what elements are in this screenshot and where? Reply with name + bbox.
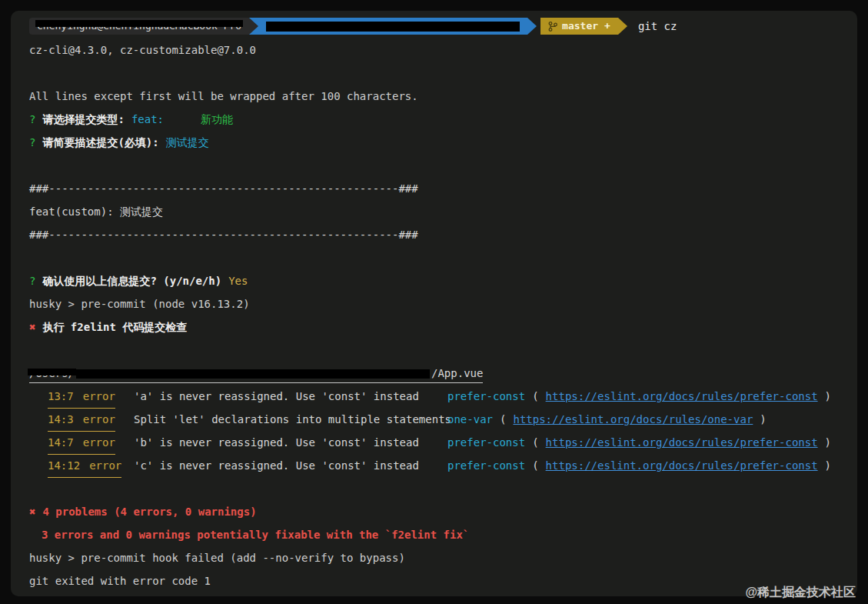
file-path: /Users//App.vue [29, 363, 483, 383]
question-type-value: feat: [131, 113, 164, 125]
error-message: Split 'let' declarations into multiple s… [134, 408, 447, 431]
commit-message-line: feat(custom): 测试提交 [29, 200, 857, 223]
error-rule: one-var [447, 408, 493, 431]
paren: ( [532, 454, 538, 477]
blank-line [29, 62, 857, 85]
error-rule: prefer-const [447, 385, 525, 408]
error-position: 14:3error [48, 408, 115, 432]
question-mark: ? [29, 136, 35, 148]
question-type-line: ?请选择提交类型:feat:新功能 [29, 108, 857, 131]
question-subject-line: ?请简要描述提交(必填):测试提交 [29, 131, 857, 154]
question-subject-value: 测试提交 [166, 136, 209, 148]
cross-mark-icon: ✖ [29, 321, 35, 333]
powerline-arrow-icon [249, 18, 258, 35]
question-confirm-answer: Yes [228, 275, 248, 287]
eslint-error-row: 13:7error 'a' is never reassigned. Use '… [29, 385, 857, 408]
question-confirm-line: ?确认使用以上信息提交? (y/n/e/h)Yes [29, 269, 857, 292]
error-rule: prefer-const [447, 431, 525, 454]
file-path-prefix: /Users/ [29, 363, 75, 383]
eslint-rule-link[interactable]: https://eslint.org/docs/rules/prefer-con… [546, 454, 818, 477]
fixable-note: 3 errors and 0 warnings potentially fixa… [42, 529, 469, 541]
eslint-error-row: 14:12error 'c' is never reassigned. Use … [29, 454, 857, 477]
redacted-file-path [76, 369, 430, 379]
blank-line [29, 477, 857, 500]
prompt-directory-segment [258, 18, 527, 35]
lint-check-line: ✖执行 f2elint 代码提交检查 [29, 315, 857, 339]
question-subject-label: 请简要描述提交(必填): [42, 136, 158, 148]
question-mark: ? [29, 275, 35, 287]
paren: ) [825, 385, 831, 408]
terminal-window: chenyingha@ChenYinghadeMacBook-Pro maste… [11, 11, 857, 596]
error-position: 13:7error [48, 385, 115, 409]
error-rule: prefer-const [447, 454, 525, 477]
prompt-git-segment: master + [540, 18, 618, 35]
fixable-note-line: 3 errors and 0 warnings potentially fixa… [29, 523, 857, 546]
powerline-arrow-icon [527, 18, 537, 35]
paren: ) [825, 454, 831, 477]
error-position: 14:7error [48, 431, 115, 455]
problems-summary: 4 problems (4 errors, 0 warnings) [42, 506, 256, 518]
cross-mark-icon: ✖ [29, 506, 35, 518]
eslint-error-row: 14:3error Split 'let' declarations into … [29, 408, 857, 431]
blank-line [29, 246, 857, 269]
prompt-command: git cz [638, 15, 677, 38]
eslint-rule-link[interactable]: https://eslint.org/docs/rules/one-var [513, 408, 753, 431]
problems-summary-line: ✖4 problems (4 errors, 0 warnings) [29, 500, 857, 523]
error-position: 14:12error [48, 454, 121, 478]
hook-failed-line: husky > pre-commit hook failed (add --no… [29, 546, 857, 569]
user-host-text: chenyingha@ChenYinghadeMacBook-Pro [37, 15, 241, 38]
branch-dirty-flag: + [604, 15, 610, 38]
question-type-label: 请选择提交类型: [42, 113, 124, 125]
divider-line: ###-------------------------------------… [29, 223, 857, 246]
blank-line [29, 339, 857, 362]
paren: ) [760, 408, 766, 431]
divider-line: ###-------------------------------------… [29, 177, 857, 200]
eslint-error-row: 14:7error 'b' is never reassigned. Use '… [29, 431, 857, 454]
blank-line [29, 154, 857, 177]
file-path-line: /Users//App.vue [29, 362, 857, 385]
question-confirm-label: 确认使用以上信息提交? (y/n/e/h) [42, 275, 221, 287]
exit-code-line: git exited with error code 1 [29, 569, 857, 592]
watermark: @稀土掘金技术社区 [745, 585, 856, 601]
git-branch-icon [548, 22, 557, 32]
powerline-arrow-icon [618, 18, 627, 35]
prompt-line: chenyingha@ChenYinghadeMacBook-Pro maste… [29, 14, 857, 38]
file-path-suffix: /App.vue [431, 367, 483, 379]
error-message: 'c' is never reassigned. Use 'const' ins… [134, 454, 447, 477]
husky-precommit-line: husky > pre-commit (node v16.13.2) [29, 292, 857, 315]
version-line: cz-cli@4.3.0, cz-customizable@7.0.0 [29, 38, 857, 62]
paren: ) [825, 431, 831, 454]
paren: ( [532, 385, 538, 408]
branch-name: master [562, 15, 598, 38]
paren: ( [532, 431, 538, 454]
prompt-user-host-segment: chenyingha@ChenYinghadeMacBook-Pro [29, 18, 249, 35]
error-message: 'a' is never reassigned. Use 'const' ins… [134, 385, 447, 408]
error-message: 'b' is never reassigned. Use 'const' ins… [134, 431, 447, 454]
eslint-rule-link[interactable]: https://eslint.org/docs/rules/prefer-con… [546, 385, 818, 408]
lint-check-label: 执行 f2elint 代码提交检查 [42, 321, 187, 333]
question-type-desc: 新功能 [201, 113, 233, 125]
wrap-notice-line: All lines except first will be wrapped a… [29, 85, 857, 108]
eslint-rule-link[interactable]: https://eslint.org/docs/rules/prefer-con… [546, 431, 818, 454]
question-mark: ? [29, 113, 35, 125]
redacted-directory-path [266, 22, 520, 32]
paren: ( [500, 408, 506, 431]
